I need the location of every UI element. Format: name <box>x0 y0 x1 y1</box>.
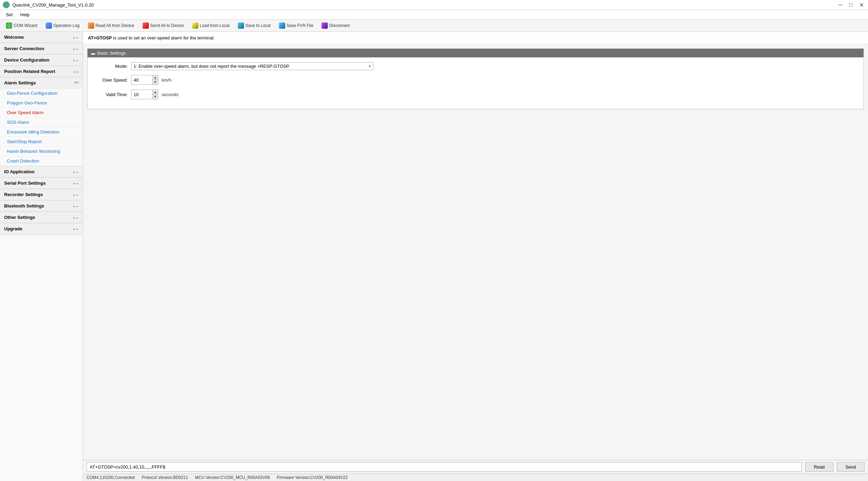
load-local-button[interactable]: Load from Local <box>189 21 233 30</box>
valid-time-down-button[interactable]: ▼ <box>152 94 158 99</box>
chevron-down-icon: ⌄⌄ <box>72 35 79 39</box>
valid-time-spinner-buttons: ▲ ▼ <box>152 90 158 99</box>
save-local-button[interactable]: Save to Local <box>235 21 274 30</box>
read-all-button[interactable]: Read All from Device <box>85 21 137 30</box>
sidebar-section-server: Server Connection ⌄⌄ <box>0 43 83 55</box>
menu-bar: Set Help <box>0 10 868 20</box>
sidebar-item-geo-fence[interactable]: Geo-Fence Configuration <box>0 89 83 98</box>
com-wizard-icon <box>6 22 12 29</box>
sidebar-item-crash-detection[interactable]: Crash Detection <box>0 156 83 166</box>
over-speed-spinner: ▲ ▼ <box>131 75 158 85</box>
close-button[interactable]: ✕ <box>858 2 865 8</box>
valid-time-spinner: ▲ ▼ <box>131 90 158 99</box>
read-all-icon <box>88 22 94 29</box>
chevron-down-icon: ⌄⌄ <box>72 58 79 62</box>
sidebar-header-other[interactable]: Other Settings ⌄⌄ <box>0 212 83 223</box>
sidebar-header-io[interactable]: IO Application ⌄⌄ <box>0 166 83 177</box>
read-button[interactable]: Read <box>805 462 833 472</box>
sidebar-header-device[interactable]: Device Configuration ⌄⌄ <box>0 55 83 66</box>
sidebar-section-alarm: Alarm Settings ^^ Geo-Fence Configuratio… <box>0 77 83 166</box>
load-local-icon <box>192 22 198 29</box>
mode-row: Mode: 0: Disable1: Enable over-speed ala… <box>93 62 858 70</box>
over-speed-up-button[interactable]: ▲ <box>152 75 158 80</box>
sidebar-section-position: Position Related Report ⌄⌄ <box>0 66 83 77</box>
sidebar-header-recorder[interactable]: Recorder Settings ⌄⌄ <box>0 189 83 200</box>
over-speed-down-button[interactable]: ▼ <box>152 80 158 84</box>
valid-time-up-button[interactable]: ▲ <box>152 90 158 94</box>
valid-time-row: Valid Time: ▲ ▼ seconds <box>93 90 858 99</box>
send-all-button[interactable]: Send All to Device <box>139 21 187 30</box>
over-speed-spinner-buttons: ▲ ▼ <box>152 75 158 84</box>
command-name: AT+GTOSP <box>88 35 112 40</box>
app-icon <box>3 1 10 8</box>
disconnect-button[interactable]: Disconnect <box>318 21 353 30</box>
bottom-bar: Read Send <box>83 460 868 474</box>
maximize-button[interactable]: □ <box>848 2 854 8</box>
sidebar-header-serial[interactable]: Serial Port Settings ⌄⌄ <box>0 178 83 189</box>
chevron-down-icon: ⌄⌄ <box>72 46 79 51</box>
sidebar-item-sos-alarm[interactable]: SOS Alarm <box>0 118 83 127</box>
valid-time-unit: seconds <box>162 92 178 97</box>
disconnect-icon <box>322 22 328 29</box>
content-main: ▬ Basic Settings Mode: 0: Disable1: Enab… <box>83 44 868 460</box>
app-title: Queclink_CV200_Manage_Tool_V1.0.20 <box>12 2 94 8</box>
title-bar: Queclink_CV200_Manage_Tool_V1.0.20 ─ □ ✕ <box>0 0 868 10</box>
command-input[interactable] <box>87 462 802 472</box>
sidebar-header-bluetooth[interactable]: Bluetooth Settings ⌄⌄ <box>0 201 83 212</box>
sidebar-item-harsh-behavior[interactable]: Harsh Behavior Monitoring <box>0 147 83 156</box>
over-speed-input[interactable] <box>132 75 152 84</box>
firmware-version: Firmware Version:CV200_R00A04V22 <box>277 475 348 480</box>
sidebar-item-polygon-geo-fence[interactable]: Polygon Geo-Fence <box>0 98 83 108</box>
operation-log-button[interactable]: Operation Log <box>43 21 83 30</box>
sidebar-header-alarm[interactable]: Alarm Settings ^^ <box>0 77 83 89</box>
minimize-button[interactable]: ─ <box>837 2 843 8</box>
protocol-version: Protocol Version:BD0211 <box>142 475 188 480</box>
menu-set[interactable]: Set <box>3 11 16 19</box>
chevron-down-icon: ⌄⌄ <box>72 69 79 74</box>
collapse-icon[interactable]: ▬ <box>91 51 95 56</box>
sidebar-section-upgrade: Upgrade ⌄⌄ <box>0 223 83 235</box>
sidebar: Welcome ⌄⌄ Server Connection ⌄⌄ Device C… <box>0 32 83 481</box>
sidebar-item-over-speed[interactable]: Over Speed Alarm <box>0 108 83 118</box>
mode-select[interactable]: 0: Disable1: Enable over-speed alarm, bu… <box>131 62 373 70</box>
mode-label: Mode: <box>93 64 128 69</box>
sidebar-header-server[interactable]: Server Connection ⌄⌄ <box>0 43 83 54</box>
mcu-version: MCU Version:CV200_MCU_R00A03V06 <box>195 475 270 480</box>
window-controls: ─ □ ✕ <box>837 2 865 8</box>
content-area: AT+GTOSP is used to set an over-speed al… <box>83 32 868 481</box>
sidebar-section-serial: Serial Port Settings ⌄⌄ <box>0 178 83 189</box>
basic-settings-box: ▬ Basic Settings Mode: 0: Disable1: Enab… <box>87 48 864 109</box>
save-local-icon <box>238 22 244 29</box>
save-fvr-icon <box>279 22 285 29</box>
send-all-icon <box>143 22 149 29</box>
chevron-down-icon: ⌄⌄ <box>72 204 79 208</box>
over-speed-unit: km/h <box>162 77 171 83</box>
basic-settings-body: Mode: 0: Disable1: Enable over-speed ala… <box>88 57 864 109</box>
chevron-down-icon: ⌄⌄ <box>72 181 79 185</box>
sidebar-section-welcome: Welcome ⌄⌄ <box>0 32 83 43</box>
sidebar-item-excessive-idling[interactable]: Excessive Idling Detection <box>0 127 83 137</box>
operation-log-icon <box>46 22 52 29</box>
over-speed-row: Over Speed: ▲ ▼ km/h <box>93 75 858 85</box>
sidebar-header-position[interactable]: Position Related Report ⌄⌄ <box>0 66 83 77</box>
sidebar-section-recorder: Recorder Settings ⌄⌄ <box>0 189 83 201</box>
content-empty-area <box>87 113 864 183</box>
sidebar-header-welcome[interactable]: Welcome ⌄⌄ <box>0 32 83 43</box>
sidebar-item-start-stop[interactable]: Start/Stop Report <box>0 137 83 147</box>
chevron-down-icon: ⌄⌄ <box>72 215 79 220</box>
valid-time-input[interactable] <box>132 90 152 99</box>
send-button[interactable]: Send <box>837 462 865 472</box>
sidebar-section-device: Device Configuration ⌄⌄ <box>0 55 83 66</box>
menu-help[interactable]: Help <box>17 11 33 19</box>
toolbar: COM Wizard Operation Log Read All from D… <box>0 20 868 32</box>
description-line: AT+GTOSP is used to set an over-speed al… <box>83 32 868 44</box>
com-wizard-button[interactable]: COM Wizard <box>3 21 40 30</box>
main-layout: Welcome ⌄⌄ Server Connection ⌄⌄ Device C… <box>0 32 868 481</box>
save-fvr-button[interactable]: Save FVR File <box>276 21 316 30</box>
valid-time-label: Valid Time: <box>93 92 128 97</box>
sidebar-section-other: Other Settings ⌄⌄ <box>0 212 83 223</box>
chevron-down-icon: ⌄⌄ <box>72 192 79 197</box>
description-text: is used to set an over-speed alarm for t… <box>113 35 215 40</box>
sidebar-section-bluetooth: Bluetooth Settings ⌄⌄ <box>0 201 83 212</box>
sidebar-header-upgrade[interactable]: Upgrade ⌄⌄ <box>0 223 83 234</box>
